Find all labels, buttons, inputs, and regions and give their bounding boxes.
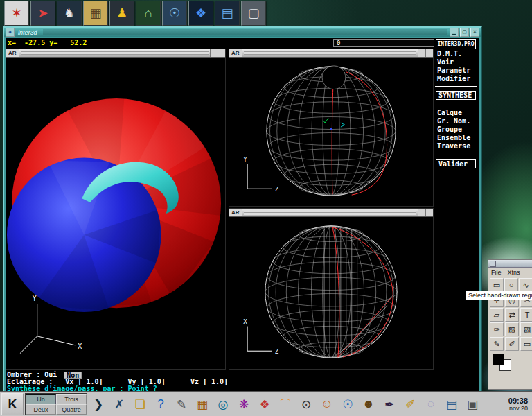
paintbrush-tool[interactable]: ✐: [505, 337, 519, 351]
media-app-icon[interactable]: ✶: [4, 1, 29, 26]
viewport-mode-button[interactable]: AR: [229, 209, 242, 216]
menu-item[interactable]: Voir: [435, 58, 477, 67]
viewport-close-button[interactable]: [425, 49, 433, 57]
pager-desktop-button[interactable]: Deux: [26, 404, 56, 415]
axis-triad: [247, 164, 272, 189]
titlebar-stripes: [43, 29, 447, 35]
menu-item[interactable]: [435, 101, 477, 109]
text-tool[interactable]: T: [520, 308, 532, 322]
cd-icon[interactable]: ◌: [421, 394, 441, 415]
eyes-icon[interactable]: ⊙: [296, 394, 316, 415]
close-button[interactable]: ✕: [470, 28, 479, 37]
axis-label-x: X: [243, 318, 247, 325]
toolbox-menu[interactable]: File: [491, 269, 502, 276]
coordinate-input-field[interactable]: 0: [333, 39, 434, 47]
paint-icon[interactable]: ❖: [255, 394, 274, 415]
wireframe-top-scene[interactable]: X Z: [229, 216, 433, 369]
viewport-zoom-button[interactable]: [418, 209, 425, 216]
monitor-icon[interactable]: ▤: [215, 1, 240, 26]
editor-icon[interactable]: ✎: [172, 394, 191, 415]
rainbow-icon[interactable]: ⌒: [276, 394, 295, 415]
intersection-curve: [332, 227, 393, 357]
free-select-tool[interactable]: ∿: [519, 278, 532, 292]
network-icon[interactable]: ❖: [188, 1, 213, 26]
titlebar[interactable]: ✦ inter3d ▁▢✕: [4, 28, 481, 37]
folder-icon[interactable]: ❏: [130, 394, 150, 415]
menu-item[interactable]: Groupe: [435, 125, 477, 134]
rocket-icon[interactable]: ➤: [30, 1, 55, 26]
pager-desktop-button[interactable]: Trois: [56, 394, 87, 404]
search-icon[interactable]: ◎: [213, 394, 233, 415]
package-icon[interactable]: ▦: [193, 394, 212, 415]
viewport-shaded[interactable]: AR: [6, 49, 226, 370]
menu-item[interactable]: [435, 150, 477, 159]
color-picker-tool[interactable]: ✑: [490, 322, 504, 336]
package-icon[interactable]: ▦: [83, 1, 108, 26]
transform-tool[interactable]: ▱: [490, 308, 504, 322]
minimize-button[interactable]: ▁: [450, 28, 459, 37]
tooltip: Select hand-drawn regions: [466, 291, 532, 300]
viewport-close-button[interactable]: [425, 209, 433, 216]
shaded-3d-scene[interactable]: Y X: [6, 57, 225, 369]
menu-item[interactable]: Paramètr: [435, 67, 477, 75]
cylinder-lines: [324, 226, 357, 358]
clock[interactable]: 09:38 nov 20: [508, 397, 531, 412]
toolbox-menu[interactable]: Xtns: [508, 269, 520, 276]
menu-item[interactable]: Traverse: [435, 142, 477, 150]
viewport-wireframe-front[interactable]: AR Y Z: [229, 49, 434, 207]
foreground-color-swatch[interactable]: [493, 354, 504, 365]
menu-item[interactable]: Gr. Nom.: [435, 117, 477, 125]
display-icon[interactable]: ▢: [241, 1, 266, 26]
k-menu-button[interactable]: K: [1, 393, 24, 415]
viewport-mode-button[interactable]: AR: [229, 49, 242, 57]
desktop-pager: Un Trois Deux Quatre: [25, 393, 87, 415]
viewport-wireframe-top[interactable]: AR: [229, 208, 434, 370]
globe-icon[interactable]: ☉: [338, 394, 357, 415]
icon-glyph: ❖: [195, 6, 206, 21]
menu-item[interactable]: Modifier: [435, 75, 477, 83]
flip-tool[interactable]: ⇄: [505, 308, 519, 322]
xterm-icon[interactable]: ✗: [109, 394, 129, 415]
pencil-icon[interactable]: ✐: [400, 394, 420, 415]
pager-desktop-button[interactable]: Quatre: [56, 404, 87, 415]
paint-toolbox-window: FileXtns ▭ ○ ∿ ✛ ◎ ✂ ▱ ⇄ T ✑: [488, 259, 532, 390]
color-swatches: [488, 352, 532, 374]
wireframe-front-scene[interactable]: Y Z: [229, 57, 433, 206]
app-title-badge: INTER3D.PRO: [436, 39, 476, 49]
ellipse-select-tool[interactable]: ○: [504, 278, 518, 292]
globe-icon[interactable]: ☉: [162, 1, 187, 26]
bucket-fill-tool[interactable]: ▨: [505, 322, 519, 336]
menu-item[interactable]: Calque: [435, 109, 477, 117]
face-icon[interactable]: ☺: [317, 394, 337, 415]
screen-icon[interactable]: ▤: [442, 394, 461, 415]
menu-item[interactable]: Valider: [436, 159, 476, 168]
menu-item[interactable]: D.M.T.: [435, 50, 477, 58]
home-icon[interactable]: ⌂: [136, 1, 161, 26]
icon-glyph: ▢: [247, 6, 259, 21]
terminal-icon[interactable]: ❯: [89, 394, 108, 415]
window-menu-icon[interactable]: ✦: [6, 28, 15, 37]
menu-item[interactable]: Ensemble: [435, 134, 477, 142]
help-icon[interactable]: ?: [151, 394, 170, 415]
toolbox-menu-button[interactable]: [490, 261, 496, 267]
tux-icon[interactable]: ♟: [109, 1, 134, 26]
exit-icon[interactable]: ▣: [463, 394, 482, 415]
eraser-tool[interactable]: ▭: [520, 337, 532, 351]
smiley-icon[interactable]: ☻: [359, 394, 378, 415]
rect-select-tool[interactable]: ▭: [490, 278, 504, 292]
viewport-titlebar-stripes: [21, 51, 209, 55]
viewport-zoom-button[interactable]: [418, 49, 425, 57]
maximize-button[interactable]: ▢: [460, 28, 469, 37]
pen-icon[interactable]: ✒: [380, 394, 399, 415]
toolbox-titlebar[interactable]: [488, 260, 532, 268]
menu-item[interactable]: SYNTHESE: [436, 91, 476, 100]
menu-item[interactable]: [435, 86, 477, 90]
blend-tool[interactable]: ▧: [520, 322, 532, 336]
viewport-zoom-button[interactable]: [210, 49, 218, 57]
pencil-tool[interactable]: ✎: [490, 337, 504, 351]
viewport-mode-button[interactable]: AR: [6, 49, 19, 57]
games-icon[interactable]: ♞: [57, 1, 82, 26]
science-icon[interactable]: ❋: [234, 394, 254, 415]
viewport-close-button[interactable]: [218, 49, 225, 57]
pager-desktop-button[interactable]: Un: [26, 394, 56, 404]
